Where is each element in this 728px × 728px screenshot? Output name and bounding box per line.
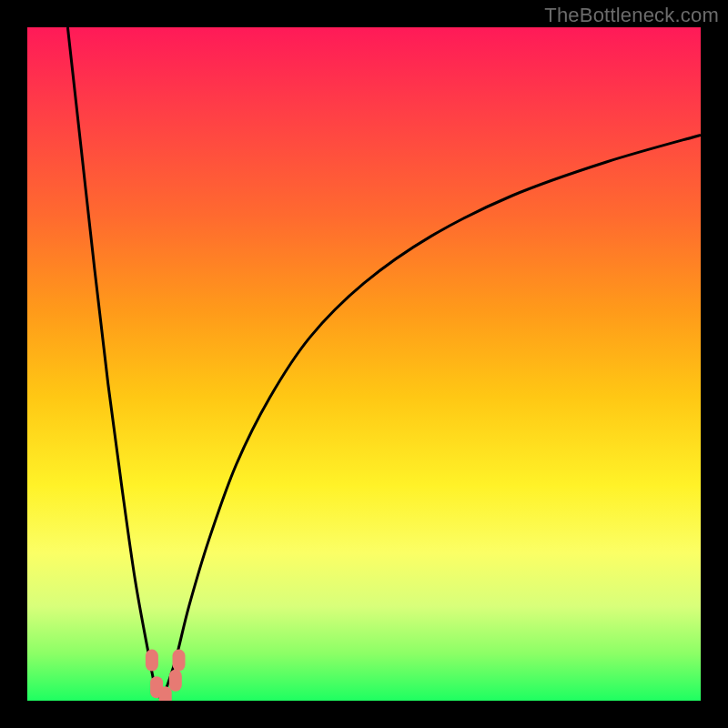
watermark-text: TheBottleneck.com	[544, 4, 719, 27]
marker-dot	[173, 650, 186, 672]
marker-dot	[169, 670, 182, 692]
marker-dot	[146, 650, 158, 672]
curve-left-branch	[67, 27, 162, 701]
bottleneck-curve	[27, 27, 701, 701]
marker-dot	[159, 686, 172, 701]
plot-area	[27, 27, 701, 701]
curve-right-branch	[162, 135, 701, 701]
chart-frame: TheBottleneck.com	[0, 0, 728, 728]
